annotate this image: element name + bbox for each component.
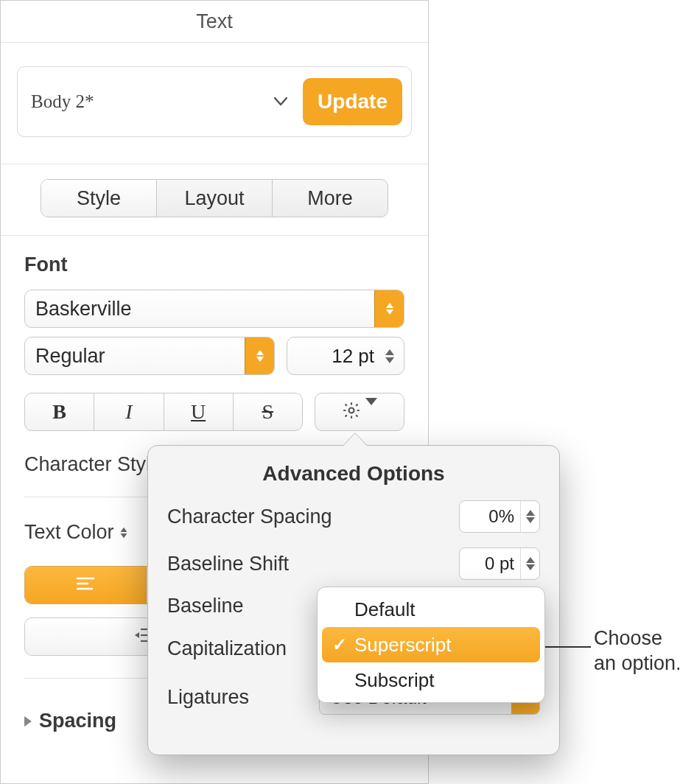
baseline-option-default[interactable]: Default [318, 592, 544, 627]
paragraph-style-name: Body 2* [31, 91, 266, 112]
font-section-label: Font [24, 253, 404, 276]
baseline-option-superscript[interactable]: ✓ Superscript [322, 627, 540, 662]
font-weight-select[interactable]: Regular [24, 337, 275, 375]
chevron-down-icon [266, 87, 295, 116]
baseline-shift-label: Baseline Shift [167, 553, 459, 575]
divider [1, 42, 428, 43]
gear-icon [342, 401, 361, 423]
underline-button[interactable]: U [164, 393, 234, 430]
chevron-right-icon [24, 716, 32, 727]
tab-style[interactable]: Style [41, 180, 157, 217]
baseline-shift-value: 0 pt [460, 553, 520, 574]
tab-more[interactable]: More [273, 180, 388, 217]
font-size-value: 12 pt [298, 345, 380, 368]
text-color-label: Text Color [24, 521, 114, 544]
chevron-down-icon [365, 405, 377, 419]
callout-leader-line [545, 646, 591, 648]
ligatures-label: Ligatures [167, 686, 319, 709]
divider [1, 235, 428, 236]
font-size-stepper[interactable]: 12 pt [287, 337, 404, 375]
divider [1, 164, 428, 164]
baseline-option-subscript[interactable]: Subscript [318, 662, 544, 698]
check-icon: ✓ [332, 634, 347, 655]
font-family-select[interactable]: Baskerville [24, 290, 404, 328]
italic-button[interactable]: I [94, 393, 164, 430]
svg-point-0 [349, 408, 354, 413]
char-spacing-stepper[interactable]: 0% [459, 500, 540, 533]
stepper-arrows-icon[interactable] [380, 349, 399, 364]
advanced-options-button[interactable] [315, 393, 404, 431]
spacing-label: Spacing [39, 710, 116, 732]
paragraph-style-selector[interactable]: Body 2* Update [17, 66, 412, 137]
strikethrough-button[interactable]: S [234, 393, 302, 430]
format-tabs: Style Layout More [41, 179, 388, 217]
stepper-arrows-icon[interactable] [520, 501, 539, 532]
update-button[interactable]: Update [303, 78, 402, 125]
chevron-down-icon[interactable] [120, 527, 127, 539]
align-left-icon [77, 577, 94, 593]
bold-button[interactable]: B [25, 393, 94, 430]
baseline-dropdown: Default ✓ Superscript Subscript [317, 587, 545, 703]
char-spacing-label: Character Spacing [167, 505, 459, 528]
text-style-segment: B I U S [24, 393, 303, 431]
select-arrows-icon [374, 290, 404, 327]
char-spacing-value: 0% [460, 506, 520, 527]
tab-layout[interactable]: Layout [157, 180, 273, 217]
baseline-option-label: Superscript [354, 634, 452, 657]
callout-text: Choose an option. [594, 626, 681, 676]
align-left-button[interactable] [25, 567, 147, 603]
sidebar-title: Text [1, 1, 428, 42]
stepper-arrows-icon[interactable] [520, 548, 539, 579]
font-weight-value: Regular [35, 345, 245, 368]
popover-title: Advanced Options [167, 462, 540, 486]
baseline-shift-stepper[interactable]: 0 pt [459, 547, 540, 580]
select-arrows-icon [245, 337, 274, 374]
font-family-value: Baskerville [35, 298, 374, 321]
